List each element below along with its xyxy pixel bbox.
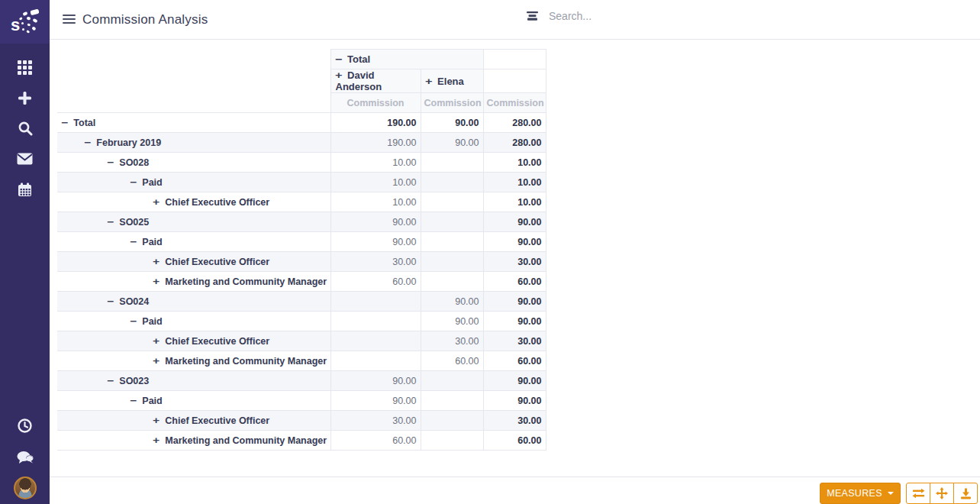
col-header-total[interactable]: −Total: [330, 50, 483, 69]
download-button[interactable]: [953, 483, 978, 504]
measure-header[interactable]: Commission: [483, 93, 546, 113]
pivot-cell: 90.00: [483, 232, 546, 252]
pivot-row: −Paid90.0090.00: [57, 312, 546, 331]
row-header-marketing-and-community-manager[interactable]: +Marketing and Community Manager: [57, 431, 330, 451]
discuss-button[interactable]: [0, 441, 50, 473]
pivot-row: +Chief Executive Officer30.0030.00: [57, 411, 546, 431]
row-header-so028[interactable]: −SO028: [57, 153, 330, 173]
pivot-row: +Chief Executive Officer30.0030.00: [57, 331, 546, 351]
pivot-cell: 30.00: [483, 331, 546, 351]
row-header-paid[interactable]: −Paid: [57, 232, 330, 252]
pivot-cell: 30.00: [483, 252, 546, 272]
row-header-total[interactable]: −Total: [57, 113, 330, 133]
row-header-chief-executive-officer[interactable]: +Chief Executive Officer: [57, 252, 330, 272]
row-header-paid[interactable]: −Paid: [57, 391, 330, 411]
pivot-cell: 280.00: [483, 133, 546, 153]
col-header-elena[interactable]: +Elena: [421, 69, 483, 93]
row-label: SO028: [119, 157, 149, 168]
pivot-cell: 60.00: [483, 431, 546, 451]
row-header-chief-executive-officer[interactable]: +Chief Executive Officer: [57, 192, 330, 212]
row-header-so025[interactable]: −SO025: [57, 212, 330, 232]
search-input[interactable]: [549, 10, 839, 22]
row-header-paid[interactable]: −Paid: [57, 312, 330, 331]
measures-button[interactable]: MEASURES: [820, 483, 901, 504]
pivot-cell: 90.00: [483, 212, 546, 232]
collapse-icon: −: [335, 53, 342, 65]
pivot-row: −SO02390.0090.00: [57, 371, 546, 391]
collapse-icon: −: [84, 137, 91, 148]
pivot-cell: [330, 292, 421, 312]
user-menu-button[interactable]: [0, 473, 50, 504]
row-label: Marketing and Community Manager: [165, 276, 327, 287]
bottom-divider: [50, 477, 980, 477]
messaging-button[interactable]: [0, 144, 50, 174]
pivot-cell: 190.00: [330, 113, 421, 133]
pivot-colheader-row-total: −Total: [57, 50, 546, 69]
row-label: Paid: [142, 316, 162, 327]
row-label: SO025: [119, 217, 149, 228]
chevron-down-icon: [888, 492, 894, 495]
pivot-cell: 30.00: [421, 331, 483, 351]
topbar: Commission Analysis: [50, 0, 980, 40]
pivot-cell: [421, 212, 483, 232]
pivot-row: −SO02590.0090.00: [57, 212, 546, 232]
pivot-cell: 30.00: [483, 411, 546, 431]
measure-header[interactable]: Commission: [421, 93, 483, 113]
row-header-february-2019[interactable]: −February 2019: [57, 133, 330, 153]
expand-icon: +: [153, 356, 160, 367]
apps-menu-button[interactable]: [0, 52, 50, 82]
search-bar[interactable]: [526, 9, 846, 22]
app-logo[interactable]: s: [0, 0, 50, 44]
expand-icon: +: [153, 415, 160, 426]
row-header-marketing-and-community-manager[interactable]: +Marketing and Community Manager: [57, 272, 330, 292]
expand-all-icon: [936, 487, 948, 499]
mail-icon: [17, 153, 33, 165]
col-header-david-anderson[interactable]: +David Anderson: [330, 69, 421, 93]
pivot-cell: [421, 153, 483, 173]
pivot-cell: 90.00: [421, 312, 483, 331]
row-header-chief-executive-officer[interactable]: +Chief Executive Officer: [57, 411, 330, 431]
pivot-cell: 90.00: [421, 133, 483, 153]
row-label: SO024: [119, 296, 149, 307]
pivot-row: −Paid90.0090.00: [57, 391, 546, 411]
hamburger-icon[interactable]: [63, 15, 76, 25]
row-header-so023[interactable]: −SO023: [57, 371, 330, 391]
pivot-cell: 60.00: [483, 272, 546, 292]
expand-all-button[interactable]: [930, 483, 954, 504]
expand-icon: +: [153, 336, 160, 347]
pivot-cell: 10.00: [330, 192, 421, 212]
pivot-cell: 90.00: [483, 292, 546, 312]
pivot-row: −SO02810.0010.00: [57, 153, 546, 173]
pivot-row: +Chief Executive Officer30.0030.00: [57, 252, 546, 272]
pivot-cell: 10.00: [330, 173, 421, 192]
activities-button[interactable]: [0, 410, 50, 441]
pivot-cell: 60.00: [421, 351, 483, 371]
flip-axis-button[interactable]: [906, 483, 930, 504]
pivot-cell: 60.00: [330, 272, 421, 292]
pivot-colheader-row-groups: +David Anderson +Elena: [57, 69, 546, 93]
pivot-cell: 280.00: [483, 113, 546, 133]
create-button[interactable]: [0, 82, 50, 113]
filter-icon: [526, 9, 539, 22]
row-header-paid[interactable]: −Paid: [57, 173, 330, 192]
row-label: February 2019: [96, 137, 161, 148]
pivot-view: −Total +David Anderson +Elena C: [57, 49, 546, 451]
row-header-so024[interactable]: −SO024: [57, 292, 330, 312]
pivot-toolbar: [906, 483, 978, 504]
pivot-row: +Marketing and Community Manager60.0060.…: [57, 351, 546, 371]
pivot-cell: 90.00: [330, 232, 421, 252]
download-icon: [960, 488, 972, 499]
global-search-button[interactable]: [0, 113, 50, 144]
row-label: Chief Executive Officer: [165, 257, 269, 267]
row-header-marketing-and-community-manager[interactable]: +Marketing and Community Manager: [57, 351, 330, 371]
search-icon: [18, 121, 33, 136]
pivot-cell: 60.00: [483, 351, 546, 371]
row-header-chief-executive-officer[interactable]: +Chief Executive Officer: [57, 331, 330, 351]
pivot-cell: [421, 431, 483, 451]
collapse-icon: −: [130, 177, 137, 188]
row-label: Total: [73, 118, 95, 128]
measure-header[interactable]: Commission: [330, 93, 421, 113]
user-avatar: [14, 477, 37, 499]
calendar-button[interactable]: [0, 174, 50, 205]
pivot-row: −SO02490.0090.00: [57, 292, 546, 312]
